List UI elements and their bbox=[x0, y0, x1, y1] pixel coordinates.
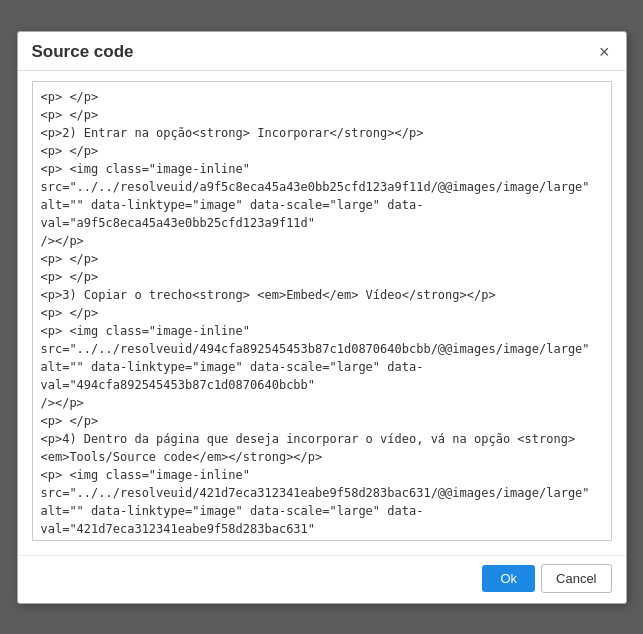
ok-button[interactable]: Ok bbox=[482, 565, 535, 592]
dialog-header: Source code × bbox=[18, 32, 626, 71]
source-textarea[interactable] bbox=[32, 81, 612, 541]
cancel-button[interactable]: Cancel bbox=[541, 564, 611, 593]
dialog-overlay: Source code × Ok Cancel bbox=[0, 0, 643, 634]
source-code-dialog: Source code × Ok Cancel bbox=[17, 31, 627, 604]
dialog-footer: Ok Cancel bbox=[18, 555, 626, 603]
dialog-body bbox=[18, 71, 626, 555]
dialog-title: Source code bbox=[32, 42, 134, 62]
close-button[interactable]: × bbox=[597, 43, 612, 61]
